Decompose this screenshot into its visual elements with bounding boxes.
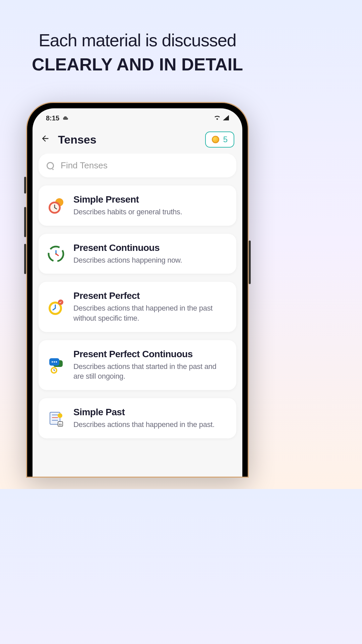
- hero: Each material is discussed CLEARLY AND I…: [32, 30, 243, 74]
- coin-count: 5: [223, 135, 228, 144]
- phone-side-button: [24, 207, 26, 237]
- app-header: Tenses 5: [33, 124, 242, 154]
- svg-point-12: [54, 361, 55, 363]
- phone-frame: 8:15 Tenses 5: [26, 102, 249, 478]
- status-time: 8:15: [46, 114, 59, 122]
- content: Simple Present Describes habits or gener…: [33, 154, 242, 446]
- tense-desc: Describes habits or general truths.: [73, 207, 228, 217]
- tense-text: Present Perfect Describes actions that h…: [73, 290, 228, 323]
- hero-line1: Each material is discussed: [32, 30, 243, 50]
- cloud-icon: [62, 114, 69, 122]
- svg-point-13: [56, 361, 57, 363]
- wifi-icon: [214, 114, 221, 122]
- status-right: [214, 114, 229, 122]
- tense-title: Present Perfect: [73, 290, 228, 301]
- tense-title: Simple Present: [73, 194, 228, 205]
- tense-card-present-perfect[interactable]: Present Perfect Describes actions that h…: [39, 282, 236, 332]
- svg-point-11: [52, 361, 53, 363]
- coin-icon: [212, 136, 219, 143]
- hero-line2: CLEARLY AND IN DETAIL: [32, 54, 243, 74]
- tense-card-simple-present[interactable]: Simple Present Describes habits or gener…: [39, 185, 236, 226]
- tense-desc: Describes actions that happened in the p…: [73, 420, 228, 430]
- tense-card-present-perfect-continuous[interactable]: Present Perfect Continuous Describes act…: [39, 340, 236, 390]
- phone-side-button: [249, 240, 251, 284]
- page-title: Tenses: [58, 133, 197, 146]
- tense-text: Present Continuous Describes actions hap…: [73, 243, 228, 265]
- tense-title: Present Perfect Continuous: [73, 349, 228, 360]
- tense-title: Simple Past: [73, 407, 228, 418]
- tense-desc: Describes actions that happened in the p…: [73, 303, 228, 323]
- tense-card-present-continuous[interactable]: Present Continuous Describes actions hap…: [39, 234, 236, 274]
- phone-screen: 8:15 Tenses 5: [33, 108, 242, 477]
- tense-title: Present Continuous: [73, 243, 228, 253]
- phone-side-button: [24, 244, 26, 274]
- signal-icon: [223, 114, 229, 122]
- status-bar: 8:15: [33, 108, 242, 124]
- search-icon: [47, 162, 54, 169]
- coin-balance[interactable]: 5: [205, 131, 234, 148]
- back-arrow-icon[interactable]: [41, 134, 50, 146]
- svg-text:31: 31: [59, 423, 62, 426]
- tense-text: Simple Present Describes habits or gener…: [73, 194, 228, 217]
- tense-desc: Describes actions that started in the pa…: [73, 362, 228, 381]
- clock-spinner-icon: [47, 245, 65, 263]
- phone-side-button: [24, 177, 26, 194]
- status-left: 8:15: [46, 114, 69, 122]
- search-input[interactable]: [61, 160, 228, 171]
- clock-sun-icon: [47, 196, 65, 215]
- svg-point-20: [58, 413, 62, 418]
- chat-clock-icon: [47, 356, 65, 374]
- clock-bubble-icon: [47, 298, 65, 316]
- search-box[interactable]: [39, 154, 236, 177]
- tense-text: Simple Past Describes actions that happe…: [73, 407, 228, 430]
- tense-card-simple-past[interactable]: 31 Simple Past Describes actions that ha…: [39, 398, 236, 438]
- tense-desc: Describes actions happening now.: [73, 255, 228, 265]
- calendar-list-icon: 31: [47, 409, 65, 428]
- tense-text: Present Perfect Continuous Describes act…: [73, 349, 228, 381]
